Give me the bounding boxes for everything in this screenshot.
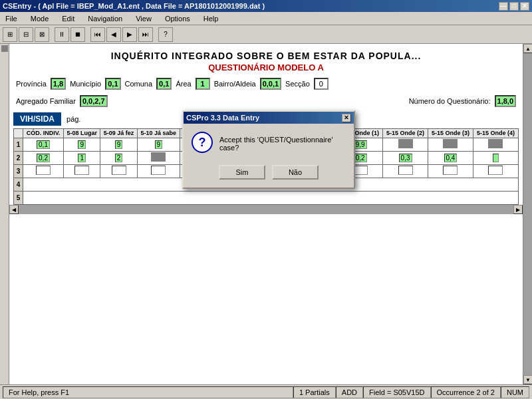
toolbar-btn-last[interactable]: ⏭ (138, 27, 153, 42)
dialog-close-button[interactable]: ✕ (342, 114, 351, 122)
left-sidebar (0, 44, 9, 384)
toolbar-btn-next[interactable]: ▶ (122, 27, 137, 42)
minimize-button[interactable]: — (499, 2, 508, 11)
toolbar-btn-close[interactable]: ⊠ (35, 27, 49, 42)
title-text: CSEntry - ( Apl File = IBEP_Mod_A1.ent ,… (3, 2, 265, 10)
status-partials: 1 Partials (293, 386, 336, 398)
vertical-scrollbar[interactable]: ▲ ▼ (523, 44, 532, 384)
dialog-no-button[interactable]: Não (272, 165, 319, 180)
status-occurrence: Occurrence 2 of 2 (431, 386, 501, 398)
dialog-question-icon: ? (192, 132, 213, 153)
sidebar-indicator (1, 45, 8, 52)
dialog-buttons: Sim Não (184, 161, 354, 188)
menu-bar: File Mode Edit Navigation View Options H… (0, 12, 532, 25)
menu-edit[interactable]: Edit (59, 14, 77, 23)
menu-mode[interactable]: Mode (28, 14, 52, 23)
title-bar-buttons: — □ ✕ (499, 2, 529, 11)
status-bar: For Help, press F1 1 Partials ADD Field … (0, 384, 532, 399)
dialog-overlay: CSPro 3.3 Data Entry ✕ ? Accept this 'QU… (9, 44, 523, 384)
toolbar-btn-stop[interactable]: ⏹ (70, 27, 85, 42)
dialog-title-text: CSPro 3.3 Data Entry (186, 114, 259, 122)
toolbar-btn-prev[interactable]: ◀ (106, 27, 121, 42)
menu-options[interactable]: Options (162, 14, 193, 23)
toolbar-btn-help[interactable]: ? (158, 27, 173, 42)
menu-file[interactable]: File (3, 14, 20, 23)
status-num: NUM (501, 386, 529, 398)
toolbar-btn-new[interactable]: ⊞ (3, 27, 17, 42)
toolbar-btn-pause[interactable]: ⏸ (55, 27, 69, 42)
menu-view[interactable]: View (133, 14, 154, 23)
menu-navigation[interactable]: Navigation (85, 14, 125, 23)
status-help: For Help, press F1 (3, 386, 293, 398)
maximize-button[interactable]: □ (509, 2, 519, 11)
dialog-message: Accept this 'QUEST/Questionnaire' case? (219, 132, 346, 152)
dialog-title-bar: CSPro 3.3 Data Entry ✕ (184, 112, 354, 124)
title-bar: CSEntry - ( Apl File = IBEP_Mod_A1.ent ,… (0, 0, 532, 12)
content-area: INQUÉRITO INTEGRADO SOBRE O BEM ESTAR DA… (9, 44, 523, 384)
toolbar-btn-open[interactable]: ⊟ (19, 27, 33, 42)
dialog-yes-button[interactable]: Sim (219, 165, 265, 180)
dialog-box: CSPro 3.3 Data Entry ✕ ? Accept this 'QU… (182, 110, 355, 189)
status-field: Field = S05V15D (363, 386, 430, 398)
menu-help[interactable]: Help (201, 14, 221, 23)
vscroll-track[interactable] (523, 53, 532, 375)
vscroll-up-btn[interactable]: ▲ (523, 44, 532, 53)
toolbar: ⊞ ⊟ ⊠ ⏸ ⏹ ⏮ ◀ ▶ ⏭ ? (0, 25, 532, 44)
toolbar-btn-first[interactable]: ⏮ (90, 27, 105, 42)
main-content: INQUÉRITO INTEGRADO SOBRE O BEM ESTAR DA… (0, 44, 532, 384)
dialog-body: ? Accept this 'QUEST/Questionnaire' case… (184, 124, 354, 161)
close-button[interactable]: ✕ (520, 2, 529, 11)
status-mode: ADD (336, 386, 363, 398)
vscroll-down-btn[interactable]: ▼ (523, 375, 532, 384)
